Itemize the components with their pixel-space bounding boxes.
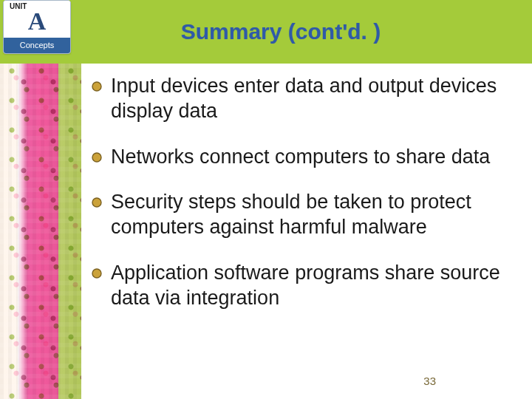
slide-title: Summary (cont'd. ) [181,19,381,44]
unit-label: UNIT [10,2,27,10]
unit-badge: UNIT A Concepts [3,0,71,54]
bullet-icon [92,81,102,95]
bullet-icon [92,152,102,166]
bullet-text: Security steps should be taken to protec… [111,190,514,240]
list-item: Security steps should be taken to protec… [92,190,514,240]
page-number: 33 [423,375,436,387]
bullet-icon [92,197,102,211]
list-item: Networks connect computers to share data [92,145,514,170]
bullet-text: Application software programs share sour… [111,261,514,311]
bullet-icon [92,268,102,282]
unit-subtitle: Concepts [4,38,70,53]
content-area: Input devices enter data and output devi… [92,74,514,331]
list-item: Input devices enter data and output devi… [92,74,514,124]
side-texture-decoration [0,64,81,399]
svg-point-0 [92,82,101,91]
bullet-text: Input devices enter data and output devi… [111,74,514,124]
unit-badge-top: UNIT A [4,1,70,38]
svg-point-3 [92,269,101,278]
svg-point-1 [92,153,101,162]
unit-letter: A [28,9,47,34]
list-item: Application software programs share sour… [92,261,514,311]
bullet-text: Networks connect computers to share data [111,145,490,170]
svg-point-2 [92,198,101,207]
header-band: Summary (cont'd. ) [0,0,532,64]
